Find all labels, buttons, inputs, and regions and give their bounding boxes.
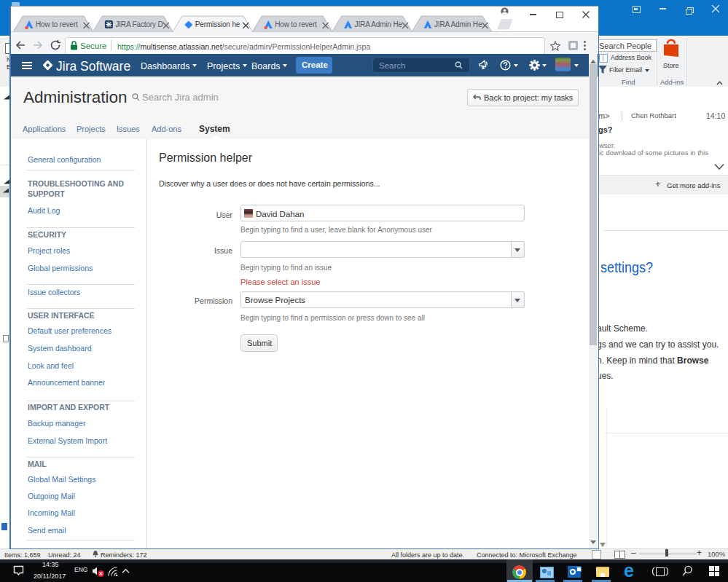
svg-text:How to revert: How to revert bbox=[275, 20, 317, 28]
svg-text:Permission he: Permission he bbox=[195, 20, 240, 28]
svg-text:How to revert: How to revert bbox=[36, 20, 78, 28]
svg-text:JIRA Admin He: JIRA Admin He bbox=[434, 20, 482, 28]
svg-text:JIRA Factory D: JIRA Factory D bbox=[115, 20, 163, 28]
svg-text:JIRA Admin He: JIRA Admin He bbox=[354, 20, 402, 28]
